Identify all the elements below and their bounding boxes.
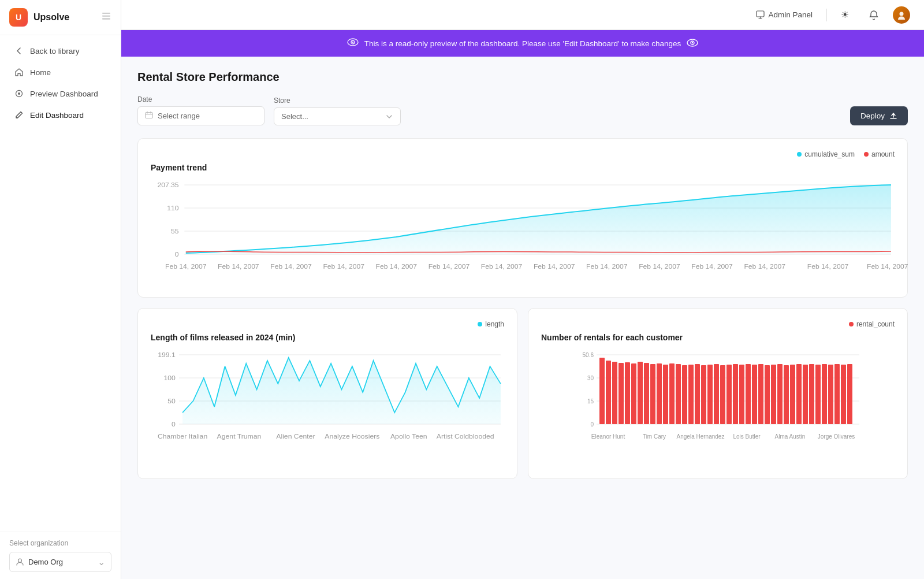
user-avatar-icon — [896, 10, 907, 20]
svg-rect-59 — [599, 358, 605, 424]
svg-text:0: 0 — [175, 251, 179, 258]
rental-count-chart: 50.6 30 15 0 — [541, 349, 895, 467]
svg-rect-96 — [834, 364, 840, 424]
svg-rect-94 — [822, 364, 827, 424]
sidebar-nav: Back to library Home Preview Dashboard — [0, 35, 121, 532]
svg-rect-71 — [676, 364, 681, 424]
admin-panel-button[interactable]: Admin Panel — [750, 8, 818, 22]
film-length-title: Length of films released in 2024 (min) — [151, 333, 504, 342]
back-icon — [14, 46, 24, 56]
film-legend: length — [151, 320, 504, 328]
home-label: Home — [30, 68, 51, 77]
read-only-banner: This is a read-only preview of the dashb… — [121, 30, 924, 57]
date-range-input[interactable]: Select range — [137, 106, 264, 125]
deploy-button[interactable]: Deploy — [850, 106, 908, 125]
svg-rect-73 — [688, 365, 694, 424]
film-length-chart: 199.1 100 50 0 — [151, 349, 504, 467]
avatar[interactable] — [893, 6, 910, 24]
sidebar-toggle-icon[interactable] — [101, 11, 111, 24]
svg-text:0: 0 — [172, 421, 176, 428]
legend-cumulative: cumulative_sum — [797, 150, 855, 158]
svg-text:Chamber Italian: Chamber Italian — [158, 433, 207, 440]
banner-eye-icon-right — [687, 39, 698, 49]
sidebar-header: U Upsolve — [0, 0, 121, 35]
svg-text:Feb 14, 2007: Feb 14, 2007 — [218, 263, 259, 270]
bottom-charts-row: length Length of films released in 2024 … — [137, 308, 908, 489]
deploy-label: Deploy — [860, 112, 885, 120]
rental-label: rental_count — [856, 320, 895, 328]
svg-text:Feb 14, 2007: Feb 14, 2007 — [691, 263, 733, 270]
cumulative-dot — [797, 152, 802, 157]
svg-rect-65 — [638, 362, 643, 424]
svg-text:Feb 14, 2007: Feb 14, 2007 — [429, 263, 470, 270]
org-selector[interactable]: Demo Org ⌄ — [9, 552, 111, 572]
svg-text:Feb 14, 2007: Feb 14, 2007 — [376, 263, 418, 270]
svg-text:15: 15 — [587, 398, 594, 404]
svg-rect-76 — [707, 365, 713, 424]
store-select[interactable]: Select... — [274, 107, 401, 125]
film-length-card: length Length of films released in 2024 … — [137, 308, 517, 479]
sidebar-item-back[interactable]: Back to library — [5, 40, 116, 61]
svg-text:110: 110 — [167, 205, 178, 211]
svg-text:Feb 14, 2007: Feb 14, 2007 — [481, 263, 523, 270]
svg-rect-63 — [625, 362, 630, 424]
svg-text:50.6: 50.6 — [583, 352, 594, 358]
svg-rect-67 — [650, 364, 655, 424]
logo-icon: U — [9, 8, 28, 27]
sidebar-item-edit[interactable]: Edit Dashboard — [5, 105, 116, 125]
sidebar-item-home[interactable]: Home — [5, 62, 116, 83]
admin-panel-label: Admin Panel — [768, 10, 813, 19]
svg-rect-85 — [765, 365, 770, 424]
sidebar-footer: Select organization Demo Org ⌄ — [0, 532, 121, 579]
header-actions: Admin Panel ☀ — [750, 6, 910, 24]
cumulative-label: cumulative_sum — [804, 150, 855, 158]
svg-rect-75 — [701, 365, 706, 424]
bell-icon — [869, 10, 879, 20]
svg-rect-90 — [796, 364, 802, 424]
svg-text:Angela Hernandez: Angela Hernandez — [677, 433, 725, 440]
svg-text:Alien Center: Alien Center — [276, 433, 315, 440]
svg-text:Artist Coldblooded: Artist Coldblooded — [437, 433, 494, 440]
rental-count-card: rental_count Number of rentals for each … — [528, 308, 908, 479]
svg-point-13 — [692, 42, 693, 43]
date-filter-group: Date Select range — [137, 95, 264, 125]
svg-text:55: 55 — [171, 228, 178, 235]
deploy-icon — [889, 112, 897, 120]
svg-rect-88 — [784, 365, 789, 424]
svg-rect-93 — [815, 365, 821, 424]
svg-text:Feb 14, 2007: Feb 14, 2007 — [807, 263, 849, 270]
admin-icon — [756, 10, 765, 19]
sidebar: U Upsolve Back to library — [0, 0, 121, 579]
amount-dot — [864, 152, 869, 157]
svg-text:Feb 14, 2007: Feb 14, 2007 — [639, 263, 680, 270]
svg-rect-2 — [102, 18, 110, 20]
svg-rect-62 — [619, 363, 624, 424]
length-label: length — [485, 320, 504, 328]
sidebar-item-preview[interactable]: Preview Dashboard — [5, 83, 116, 104]
rental-dot — [849, 322, 854, 326]
svg-rect-80 — [733, 364, 738, 424]
date-label: Date — [137, 95, 264, 103]
svg-rect-97 — [841, 365, 846, 424]
svg-rect-14 — [146, 113, 152, 118]
svg-point-4 — [18, 92, 20, 95]
legend-length: length — [478, 320, 504, 328]
calendar-icon — [145, 111, 153, 121]
svg-text:Feb 14, 2007: Feb 14, 2007 — [270, 263, 312, 270]
org-chevron-icon: ⌄ — [98, 556, 105, 567]
svg-rect-87 — [777, 364, 783, 424]
org-label: Select organization — [9, 539, 111, 547]
svg-rect-81 — [739, 365, 744, 424]
svg-rect-92 — [809, 364, 814, 424]
svg-rect-0 — [102, 13, 110, 14]
back-label: Back to library — [30, 47, 80, 55]
svg-rect-61 — [612, 362, 617, 424]
user-icon — [16, 558, 24, 566]
svg-text:30: 30 — [587, 375, 594, 381]
payment-trend-chart: 207.35 110 55 0 — [151, 179, 895, 285]
svg-text:Apollo Teen: Apollo Teen — [390, 433, 427, 440]
svg-text:Tim Cary: Tim Cary — [643, 433, 666, 440]
filters-row: Date Select range Store S — [137, 95, 908, 125]
theme-toggle-button[interactable]: ☀ — [835, 6, 855, 23]
notifications-button[interactable] — [863, 7, 885, 23]
